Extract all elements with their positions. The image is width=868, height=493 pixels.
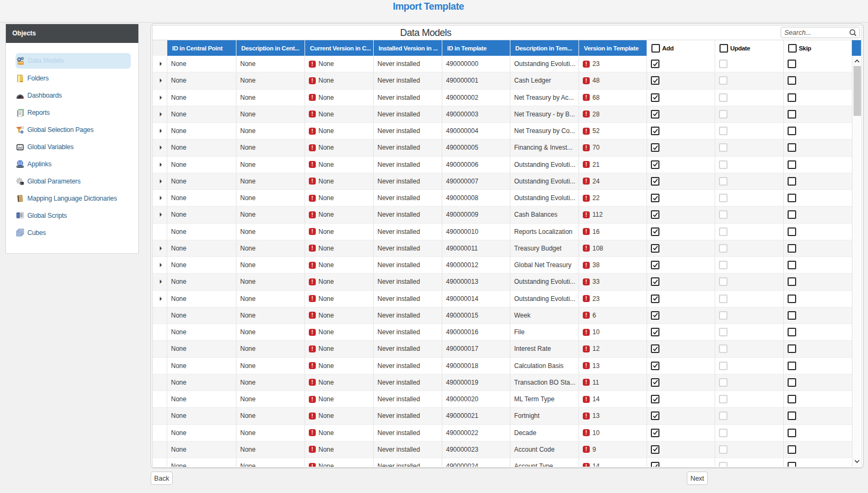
svg-text:>_: >_	[21, 182, 24, 185]
svg-text:(x): (x)	[18, 145, 22, 149]
